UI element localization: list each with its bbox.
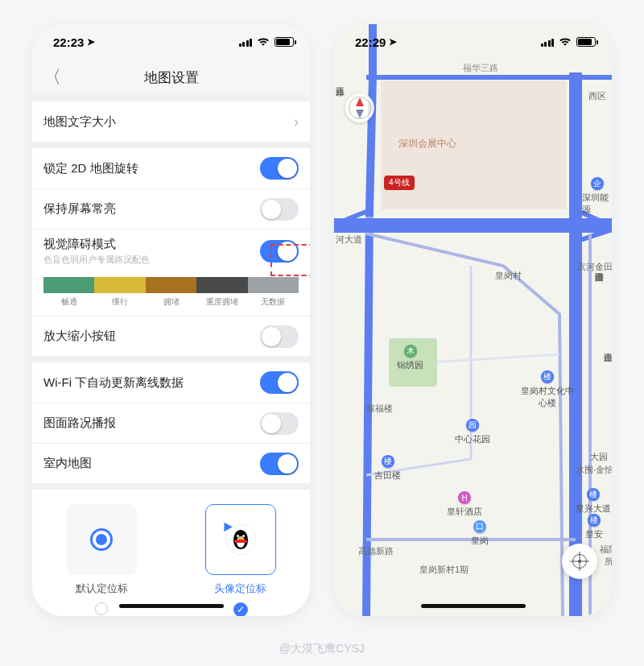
home-indicator (119, 604, 224, 608)
map-label: 所 (605, 556, 612, 568)
row-label: 放大缩小按钮 (43, 329, 116, 344)
home-indicator (421, 604, 526, 608)
map-canvas[interactable]: 4号线 福华三路 西区 深圳会展中心 河大道 滨河金田立 金田路辅路 金田路 路… (334, 24, 612, 616)
row-label: 室内地图 (43, 456, 92, 471)
penguin-avatar-icon (231, 528, 250, 551)
locate-icon (572, 554, 587, 569)
nav-bar: 〈 地图设置 (32, 60, 310, 95)
cell-signal-icon (541, 38, 555, 47)
legend-label: 畅通 (43, 296, 94, 308)
battery-icon (275, 37, 294, 47)
road-label: 高德新路 (358, 545, 394, 557)
radio-avatar[interactable]: ✓ (233, 602, 248, 616)
legend-label: 无数据 (248, 296, 299, 308)
building-icon: 楼 (382, 455, 394, 468)
row-lock-2d: 锁定 2D 地图旋转 (32, 148, 310, 188)
marker-card-default[interactable]: 默认定位标 (54, 504, 149, 616)
legend-seg-3 (196, 277, 247, 293)
map-label: 水围·金怡 (576, 464, 612, 476)
building-icon: 园 (466, 419, 479, 432)
locate-me-button[interactable] (562, 544, 597, 579)
poi-huangan[interactable]: 楼皇安 (585, 514, 603, 540)
row-keep-screen: 保持屏幕常亮 (32, 188, 310, 229)
toggle-lock-2d[interactable] (260, 157, 299, 180)
port-icon: 口 (473, 520, 486, 533)
status-time: 22:23 (53, 35, 84, 49)
metro-line-badge: 4号线 (384, 176, 415, 190)
map-label: 皇岗新村1期 (419, 564, 469, 576)
building-icon: 楼 (541, 370, 554, 383)
status-bar: 22:29 ➤ (334, 24, 612, 60)
toggle-wifi-offline[interactable] (260, 371, 299, 394)
legend-label: 拥堵 (146, 296, 196, 308)
row-sublabel: 色盲色弱用户专属路况配色 (43, 254, 150, 266)
poi-huangxuan-hotel[interactable]: H皇轩酒店 (447, 491, 482, 518)
poi-huanggang[interactable]: 口皇岗 (471, 520, 489, 547)
poi-jinxiuyuan[interactable]: 木锦绣园 (397, 345, 423, 371)
legend-seg-4 (248, 277, 299, 293)
row-label: 视觉障碍模式 (43, 237, 150, 252)
building-icon: 楼 (587, 488, 600, 501)
road-label: 河大道 (336, 234, 362, 246)
page-title: 地图设置 (144, 68, 199, 87)
map-screen: 4号线 福华三路 西区 深圳会展中心 河大道 滨河金田立 金田路辅路 金田路 路… (334, 24, 612, 616)
toggle-traffic-voice[interactable] (260, 412, 299, 435)
map-label: 深圳会展中心 (398, 137, 456, 151)
row-label: Wi-Fi 下自动更新离线数据 (43, 375, 184, 391)
marker-label: 默认定位标 (76, 581, 128, 596)
location-services-icon: ➤ (87, 36, 95, 48)
toggle-zoom-buttons[interactable] (260, 325, 299, 348)
settings-screen: 22:23 ➤ 〈 地图设置 地图文字大小 › 锁定 2D 地图旋转 保持屏幕常… (32, 24, 310, 616)
toggle-indoor-map[interactable] (260, 453, 299, 475)
park-icon: 木 (404, 345, 417, 358)
compass-button[interactable] (345, 93, 374, 122)
hotel-icon: H (458, 491, 471, 504)
cell-signal-icon (239, 38, 253, 47)
status-bar: 22:23 ➤ (32, 24, 310, 60)
row-label: 图面路况播报 (43, 416, 116, 431)
poi-shenzhen-energy[interactable]: 企深圳能源 (582, 177, 612, 216)
row-indoor-map: 室内地图 (32, 443, 310, 483)
poi-huangxing[interactable]: 楼皇兴大道 (576, 488, 611, 515)
map-label: 皇岗村 (495, 270, 522, 282)
chevron-right-icon: › (294, 114, 299, 130)
toggle-vision-mode[interactable] (260, 240, 299, 263)
row-vision-mode: 视觉障碍模式 色盲色弱用户专属路况配色 (32, 229, 310, 272)
marker-style-section: 默认定位标 头像定位标 ✓ (32, 490, 310, 616)
row-text-size[interactable]: 地图文字大小 › (32, 101, 310, 142)
row-wifi-offline: Wi-Fi 下自动更新离线数据 (32, 362, 310, 403)
marker-card-avatar[interactable]: 头像定位标 ✓ (193, 504, 288, 616)
location-services-icon: ➤ (389, 36, 397, 48)
row-zoom-buttons: 放大缩小按钮 (32, 316, 310, 356)
legend-seg-0 (43, 277, 94, 293)
map-label: 福院 (600, 544, 612, 556)
map-label: 西区 (588, 90, 606, 102)
radio-default[interactable] (95, 602, 108, 615)
map-label: 琼福楼 (366, 403, 393, 415)
row-traffic-voice: 图面路况播报 (32, 403, 310, 443)
legend-label: 重度拥堵 (196, 296, 247, 308)
traffic-legend: 畅通 缓行 拥堵 重度拥堵 无数据 (32, 272, 310, 316)
row-label: 地图文字大小 (43, 114, 116, 130)
row-label: 保持屏幕常亮 (43, 201, 116, 217)
status-time: 22:29 (355, 35, 386, 49)
wifi-icon (257, 37, 270, 47)
legend-seg-1 (94, 277, 145, 293)
wifi-icon (559, 37, 572, 47)
poi-jitianlou[interactable]: 楼吉田楼 (374, 455, 401, 482)
building-icon: 企 (591, 177, 604, 190)
marker-label: 头像定位标 (214, 581, 266, 596)
watermark: @大漠飞鹰CYSJ (279, 642, 365, 656)
battery-icon (576, 37, 596, 47)
road-label: 福华三路 (463, 62, 498, 74)
poi-center-garden[interactable]: 园中心花园 (455, 419, 490, 445)
back-button[interactable]: 〈 (43, 65, 61, 89)
map-label: 大园 (590, 451, 608, 463)
toggle-keep-screen[interactable] (260, 198, 299, 221)
building-icon: 楼 (588, 514, 601, 527)
legend-seg-2 (146, 277, 196, 293)
legend-label: 缓行 (94, 296, 145, 308)
poi-culture-center[interactable]: 楼皇岗村文化中心楼 (519, 370, 576, 409)
road-label: 滨河金田立 (577, 261, 612, 273)
row-label: 锁定 2D 地图旋转 (43, 161, 138, 176)
